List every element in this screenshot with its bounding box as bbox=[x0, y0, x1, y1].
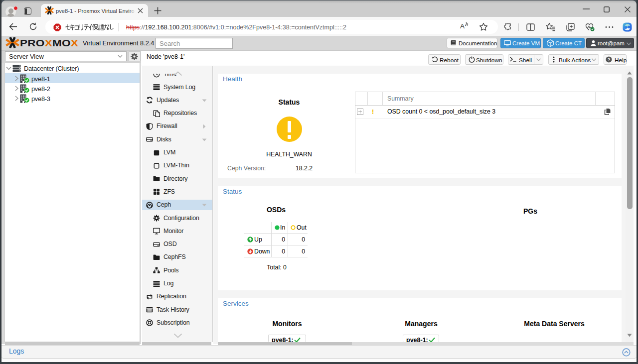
svg-text:?: ? bbox=[608, 57, 611, 62]
